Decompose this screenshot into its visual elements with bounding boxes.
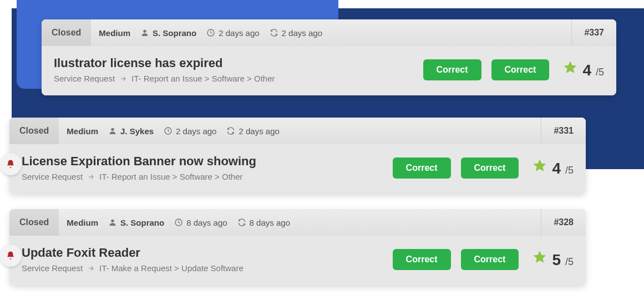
updated-time-text: 2 days ago bbox=[282, 28, 322, 38]
ticket-body: Ilustrator license has expired Service R… bbox=[42, 46, 616, 95]
updated-time: 8 days ago bbox=[237, 218, 290, 227]
category-path: IT- Report an Issue > Software > Other bbox=[99, 172, 242, 181]
ticket-header: Closed Medium S. Soprano 2 days ago bbox=[42, 19, 616, 46]
status-badge: Closed bbox=[9, 118, 59, 144]
ticket-header: Closed Medium S. Soprano 8 days ago bbox=[9, 209, 586, 236]
category-path: IT- Make a Request > Update Software bbox=[99, 263, 244, 273]
updated-time: 2 days ago bbox=[226, 126, 279, 136]
priority-label: Medium bbox=[67, 218, 98, 227]
created-time-text: 2 days ago bbox=[219, 28, 259, 38]
request-type: Service Request bbox=[22, 263, 83, 273]
rating-score: 4 bbox=[582, 62, 591, 79]
ticket-category: Service Request IT- Report an Issue > So… bbox=[54, 74, 413, 83]
request-type: Service Request bbox=[54, 74, 115, 83]
created-time-text: 2 days ago bbox=[176, 126, 216, 136]
priority-label: Medium bbox=[67, 126, 98, 136]
rating: 5/5 bbox=[532, 250, 574, 269]
ticket-card[interactable]: Closed Medium J. Sykes 2 days ago bbox=[9, 118, 586, 194]
category-path: IT- Report an Issue > Software > Other bbox=[131, 74, 275, 83]
ticket-meta: Medium S. Soprano 8 days ago bbox=[59, 209, 541, 236]
rating-out-of: /5 bbox=[565, 165, 574, 176]
svg-point-4 bbox=[111, 220, 114, 222]
ticket-category: Service Request IT- Make a Request > Upd… bbox=[22, 263, 383, 273]
correct-button[interactable]: Correct bbox=[423, 59, 481, 80]
assignee-name: S. Soprano bbox=[120, 218, 164, 227]
ticket-body: License Expiration Banner now showing Se… bbox=[9, 144, 586, 194]
bell-icon bbox=[6, 159, 16, 169]
svg-point-0 bbox=[143, 30, 146, 33]
request-type: Service Request bbox=[22, 172, 83, 181]
clock-icon bbox=[164, 126, 173, 135]
created-time: 2 days ago bbox=[206, 28, 259, 38]
rating: 4/5 bbox=[562, 60, 604, 79]
correct-button[interactable]: Correct bbox=[393, 249, 451, 270]
notification-badge[interactable] bbox=[0, 245, 22, 267]
status-badge: Closed bbox=[42, 19, 91, 46]
rating-score: 5 bbox=[552, 251, 561, 269]
updated-time-text: 8 days ago bbox=[250, 218, 290, 227]
arrow-right-icon bbox=[87, 265, 95, 272]
assignee: S. Soprano bbox=[140, 28, 196, 38]
created-time-text: 8 days ago bbox=[186, 218, 227, 227]
star-icon bbox=[532, 250, 547, 265]
ticket-header: Closed Medium J. Sykes 2 days ago bbox=[9, 118, 586, 144]
ticket-category: Service Request IT- Report an Issue > So… bbox=[22, 172, 383, 181]
notification-badge[interactable] bbox=[0, 153, 22, 175]
arrow-right-icon bbox=[119, 75, 127, 83]
svg-point-2 bbox=[111, 128, 114, 131]
correct-button[interactable]: Correct bbox=[461, 249, 519, 270]
assignee: S. Soprano bbox=[108, 218, 164, 227]
assignee-name: S. Soprano bbox=[153, 28, 196, 38]
assignee-name: J. Sykes bbox=[120, 126, 154, 136]
clock-icon bbox=[206, 28, 215, 37]
status-badge: Closed bbox=[9, 209, 59, 236]
refresh-icon bbox=[237, 218, 246, 227]
priority-label: Medium bbox=[99, 28, 130, 38]
clock-icon bbox=[174, 218, 183, 227]
ticket-card[interactable]: Closed Medium S. Soprano 2 days ago bbox=[42, 19, 616, 95]
correct-button[interactable]: Correct bbox=[393, 157, 451, 179]
ticket-id: #331 bbox=[541, 118, 586, 144]
created-time: 8 days ago bbox=[174, 218, 227, 227]
rating-out-of: /5 bbox=[565, 256, 574, 268]
user-icon bbox=[108, 126, 117, 135]
updated-time: 2 days ago bbox=[270, 28, 322, 38]
rating-score: 4 bbox=[552, 160, 561, 177]
updated-time-text: 2 days ago bbox=[239, 126, 279, 136]
ticket-list: Closed Medium S. Soprano 2 days ago bbox=[0, 0, 644, 285]
bell-icon bbox=[6, 251, 16, 261]
ticket-id: #328 bbox=[541, 209, 586, 236]
arrow-right-icon bbox=[87, 173, 95, 181]
correct-button[interactable]: Correct bbox=[491, 59, 550, 80]
assignee: J. Sykes bbox=[108, 126, 154, 136]
ticket-card[interactable]: Closed Medium S. Soprano 8 days ago bbox=[9, 209, 586, 285]
ticket-body: Update Foxit Reader Service Request IT- … bbox=[9, 236, 586, 285]
ticket-meta: Medium J. Sykes 2 days ago bbox=[59, 118, 541, 144]
user-icon bbox=[140, 28, 149, 37]
ticket-title[interactable]: License Expiration Banner now showing bbox=[22, 154, 383, 169]
ticket-meta: Medium S. Soprano 2 days ago bbox=[91, 19, 571, 46]
refresh-icon bbox=[270, 28, 278, 37]
created-time: 2 days ago bbox=[164, 126, 216, 136]
ticket-title[interactable]: Ilustrator license has expired bbox=[54, 56, 413, 70]
correct-button[interactable]: Correct bbox=[461, 157, 519, 179]
star-icon bbox=[562, 60, 578, 75]
rating: 4/5 bbox=[532, 158, 574, 177]
refresh-icon bbox=[226, 126, 235, 135]
ticket-id: #337 bbox=[571, 19, 616, 46]
star-icon bbox=[532, 158, 547, 174]
user-icon bbox=[108, 218, 117, 227]
ticket-title[interactable]: Update Foxit Reader bbox=[22, 246, 383, 260]
rating-out-of: /5 bbox=[596, 67, 604, 78]
